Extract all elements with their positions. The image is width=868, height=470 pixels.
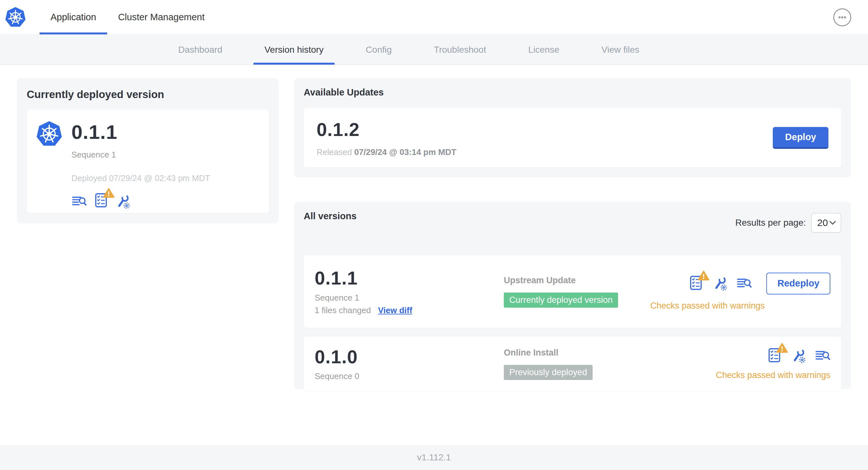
checks-status-text: Checks passed with warnings bbox=[650, 301, 765, 311]
available-updates-title: Available Updates bbox=[304, 87, 841, 98]
preflight-checks-icon[interactable] bbox=[688, 275, 704, 292]
warning-triangle-icon bbox=[103, 188, 115, 198]
subnav-tab-license[interactable]: License bbox=[517, 35, 570, 65]
current-version-sequence: Sequence 1 bbox=[71, 150, 210, 160]
subnav-tab-troubleshoot[interactable]: Troubleshoot bbox=[423, 35, 497, 65]
previously-deployed-badge: Previously deployed bbox=[504, 365, 593, 380]
currently-deployed-version-panel: 0.1.1 Sequence 1 Deployed 07/29/24 @ 02:… bbox=[27, 110, 269, 213]
results-per-page-value: 20 bbox=[817, 217, 828, 228]
all-versions-card: All versions Results per page: 20 0.1.1 … bbox=[294, 202, 851, 389]
subnav-tab-view-files[interactable]: View files bbox=[590, 35, 650, 65]
top-header: Application Cluster Management bbox=[0, 0, 868, 35]
view-diff-link[interactable]: View diff bbox=[378, 305, 412, 315]
edit-config-icon[interactable] bbox=[115, 194, 131, 209]
version-row-0-1-1: 0.1.1 Sequence 1 1 files changed View di… bbox=[304, 255, 841, 328]
row-sequence: Sequence 0 bbox=[315, 371, 504, 381]
edit-config-icon[interactable] bbox=[712, 276, 728, 291]
version-source-label: Online Install bbox=[504, 348, 716, 358]
kubernetes-logo-icon bbox=[5, 7, 26, 28]
released-date-value: 07/29/24 @ 03:14 pm MDT bbox=[354, 147, 456, 157]
available-updates-card: Available Updates 0.1.2 Released 07/29/2… bbox=[294, 78, 851, 177]
current-version-number: 0.1.1 bbox=[71, 121, 210, 143]
update-released-date: Released 07/29/24 @ 03:14 pm MDT bbox=[317, 147, 456, 157]
all-versions-title: All versions bbox=[304, 211, 356, 222]
subnav-tab-version-history[interactable]: Version history bbox=[253, 35, 335, 65]
deploy-logs-icon[interactable] bbox=[736, 276, 752, 291]
subnav-tab-dashboard[interactable]: Dashboard bbox=[167, 35, 233, 65]
row-version-number: 0.1.0 bbox=[315, 346, 504, 367]
row-version-number: 0.1.1 bbox=[315, 268, 504, 289]
overflow-menu-button[interactable] bbox=[833, 8, 851, 26]
row-sequence: Sequence 1 bbox=[315, 293, 504, 303]
version-row-0-1-0: 0.1.0 Sequence 0 Online Install Previous… bbox=[304, 337, 841, 391]
deploy-button[interactable]: Deploy bbox=[773, 127, 829, 149]
redeploy-button[interactable]: Redeploy bbox=[766, 273, 830, 295]
admin-console-page: Application Cluster Management Dashboard… bbox=[0, 0, 868, 470]
current-version-deployed-date: Deployed 07/29/24 @ 02:43 pm MDT bbox=[71, 173, 210, 183]
results-per-page-select[interactable]: 20 bbox=[811, 213, 841, 233]
chevron-down-icon bbox=[829, 221, 836, 225]
app-subnav: Dashboard Version history Config Trouble… bbox=[0, 35, 868, 65]
currently-deployed-card: Currently deployed version 0.1.1 Sequenc… bbox=[17, 78, 279, 224]
warning-triangle-icon bbox=[776, 343, 788, 353]
version-source-label: Upstream Update bbox=[504, 275, 650, 286]
checks-status-text: Checks passed with warnings bbox=[716, 370, 830, 380]
currently-deployed-badge: Currently deployed version bbox=[504, 293, 618, 308]
tab-application[interactable]: Application bbox=[39, 0, 107, 34]
deploy-logs-icon[interactable] bbox=[71, 194, 87, 209]
currently-deployed-title: Currently deployed version bbox=[27, 89, 269, 101]
ellipsis-icon bbox=[837, 12, 848, 23]
app-kubernetes-icon bbox=[36, 121, 62, 147]
preflight-checks-icon[interactable] bbox=[93, 193, 109, 209]
update-version-number: 0.1.2 bbox=[317, 119, 456, 140]
available-update-row: 0.1.2 Released 07/29/24 @ 03:14 pm MDT D… bbox=[304, 108, 841, 167]
header-tabs: Application Cluster Management bbox=[39, 0, 216, 34]
edit-config-icon[interactable] bbox=[791, 348, 806, 363]
preflight-checks-icon[interactable] bbox=[767, 348, 782, 364]
released-label: Released bbox=[317, 147, 352, 157]
subnav-tab-config[interactable]: Config bbox=[355, 35, 403, 65]
results-per-page-label: Results per page: bbox=[736, 217, 806, 228]
console-version-text: v1.112.1 bbox=[417, 452, 451, 463]
footer: v1.112.1 bbox=[0, 445, 868, 470]
deploy-logs-icon[interactable] bbox=[815, 348, 830, 363]
tab-cluster-management[interactable]: Cluster Management bbox=[107, 0, 216, 34]
files-changed-label: 1 files changed bbox=[315, 305, 371, 315]
warning-triangle-icon bbox=[698, 270, 709, 281]
